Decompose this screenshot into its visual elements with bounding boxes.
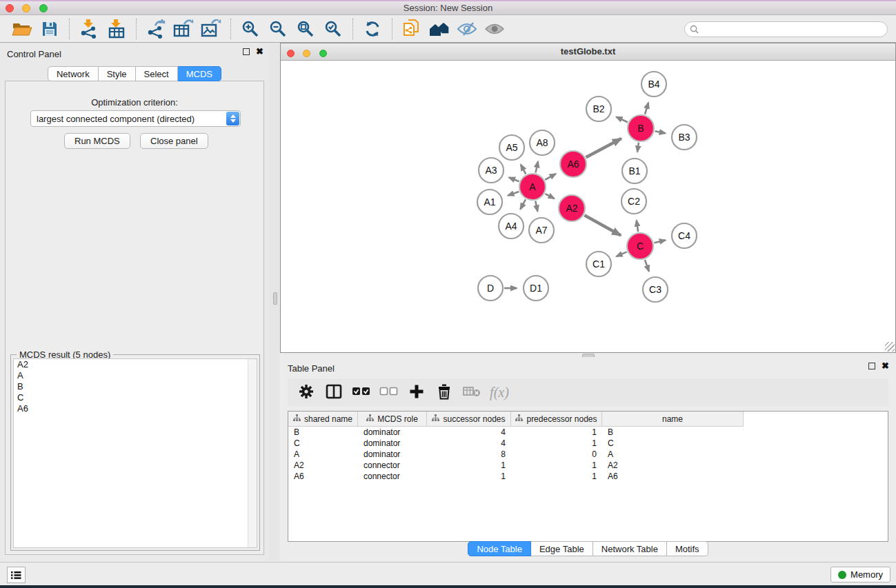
cell-MCDS-role[interactable]: connector [358,460,427,471]
node-B2[interactable]: B2 [586,97,611,121]
table-row[interactable]: A2connector11A2 [288,460,888,471]
cell-shared-name[interactable]: A [288,449,358,460]
cell-predecessor-nodes[interactable]: 1 [511,460,602,471]
result-list-scrollbar[interactable] [248,359,257,547]
node-A1[interactable]: A1 [477,190,502,214]
column-header-name[interactable]: name [602,412,744,427]
import-table-button[interactable] [103,18,130,40]
cell-name[interactable]: A [602,449,744,460]
hide-selected-button[interactable] [453,18,481,40]
node-B[interactable]: B [628,115,654,141]
cell-predecessor-nodes[interactable]: 1 [511,438,602,449]
node-B3[interactable]: B3 [672,125,697,150]
column-header-MCDS-role[interactable]: MCDS role [358,412,427,427]
tab-select[interactable]: Select [136,66,178,81]
edge-A-A1[interactable] [508,192,519,196]
node-A6[interactable]: A6 [560,151,586,177]
edge-C-C2[interactable] [637,221,638,232]
edge-C-C1[interactable] [617,252,627,256]
tab-style[interactable]: Style [99,66,136,81]
edge-A-A5[interactable] [521,165,526,174]
refresh-button[interactable] [359,18,386,40]
cell-shared-name[interactable]: B [288,427,358,438]
node-A8[interactable]: A8 [530,130,555,155]
tab-network-table[interactable]: Network Table [593,541,667,556]
tab-motifs[interactable]: Motifs [667,541,708,556]
tab-network[interactable]: Network [48,66,99,81]
network-window-titlebar[interactable]: testGlobe.txt [281,43,895,61]
edge-B-B3[interactable] [655,131,666,133]
cell-predecessor-nodes[interactable]: 1 [511,427,602,438]
show-all-button[interactable] [481,18,508,40]
column-header-predecessor-nodes[interactable]: predecessor nodes [511,412,602,427]
home-button[interactable] [426,18,453,40]
edge-A6-B[interactable] [586,139,621,157]
cell-predecessor-nodes[interactable]: 0 [511,449,602,460]
zoom-selected-button[interactable] [319,18,347,40]
table-row[interactable]: Bdominator41B [288,427,888,438]
close-window-button[interactable] [6,4,14,12]
node-D1[interactable]: D1 [524,276,548,301]
cell-name[interactable]: A2 [602,460,744,471]
settings-gear-button[interactable] [295,381,318,403]
edge-A-A3[interactable] [509,177,519,181]
edge-A-A8[interactable] [535,161,538,172]
add-column-button[interactable] [405,381,428,403]
zoom-out-button[interactable] [264,18,292,40]
tab-node-table[interactable]: Node Table [468,541,531,556]
result-item[interactable]: A2 [14,359,257,370]
node-B4[interactable]: B4 [641,72,666,97]
cell-MCDS-role[interactable]: connector [358,471,427,482]
result-item[interactable]: A6 [14,403,257,414]
close-panel-icon[interactable]: ✖ [256,48,263,55]
export-network-button[interactable] [142,18,170,40]
run-mcds-button[interactable]: Run MCDS [64,133,130,149]
edge-A-A6[interactable] [545,174,555,180]
cell-predecessor-nodes[interactable]: 1 [511,471,602,482]
node-A[interactable]: A [519,174,546,200]
duplicate-network-button[interactable] [398,18,426,40]
cell-MCDS-role[interactable]: dominator [358,427,427,438]
edge-B-B2[interactable] [616,117,627,123]
result-item[interactable]: B [14,381,257,392]
column-header-shared-name[interactable]: shared name [288,412,358,427]
node-A2[interactable]: A2 [559,195,585,221]
cell-name[interactable]: C [602,438,744,449]
search-box[interactable] [684,21,888,37]
edge-A2-C[interactable] [584,215,621,235]
delete-columns-button[interactable] [432,381,456,403]
edge-B-B1[interactable] [637,143,639,152]
zoom-in-button[interactable] [237,18,264,40]
node-C2[interactable]: C2 [621,189,646,214]
edge-A-A7[interactable] [535,201,537,212]
close-table-panel-icon[interactable]: ✖ [882,363,889,369]
node-table[interactable]: shared nameMCDS rolesuccessor nodesprede… [288,411,888,542]
optimization-criterion-select[interactable]: largest connected component (directed) [30,110,241,127]
tab-edge-table[interactable]: Edge Table [531,541,593,556]
edge-A-A2[interactable] [545,194,554,199]
float-panel-icon[interactable] [243,48,250,55]
edge-B-B4[interactable] [645,103,648,114]
cell-successor-nodes[interactable]: 1 [427,460,511,471]
cell-successor-nodes[interactable]: 4 [427,438,511,449]
node-C4[interactable]: C4 [672,223,697,248]
cell-successor-nodes[interactable]: 4 [427,427,511,438]
cell-shared-name[interactable]: C [288,438,358,449]
network-close-button[interactable] [287,50,295,57]
cell-shared-name[interactable]: A2 [288,460,358,471]
import-network-button[interactable] [75,18,103,40]
zoom-fit-button[interactable] [292,18,319,40]
tab-mcds[interactable]: MCDS [178,66,221,81]
table-row[interactable]: A6connector11A6 [288,471,888,482]
memory-button[interactable]: Memory [830,567,890,582]
select-all-button[interactable] [350,381,373,403]
edge-C-C4[interactable] [654,240,665,243]
node-A7[interactable]: A7 [529,218,554,243]
network-graph-canvas[interactable]: B4B2BB3A5A8A6A3AB1A1C2A2A4A7C4CC1C3DD1 [281,61,895,352]
node-C3[interactable]: C3 [643,277,668,302]
split-table-button[interactable] [322,381,346,403]
node-C[interactable]: C [627,233,653,259]
network-zoom-button[interactable] [319,50,327,57]
result-item[interactable]: A [14,370,257,381]
search-input[interactable] [699,25,887,34]
